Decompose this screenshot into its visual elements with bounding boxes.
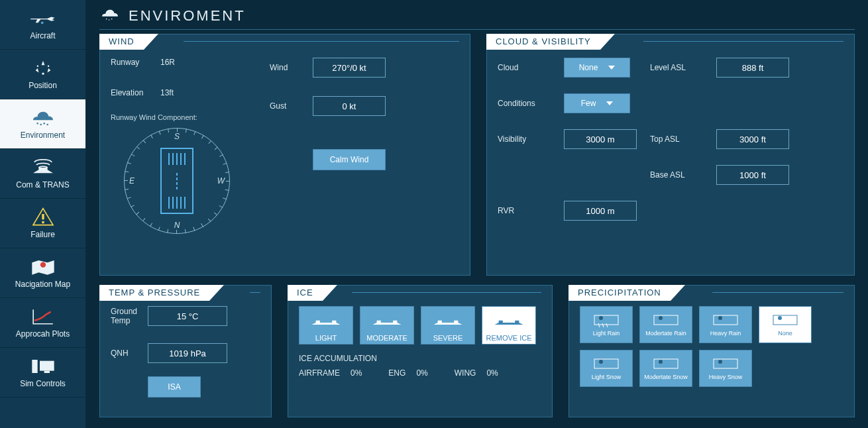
svg-rect-21	[714, 315, 737, 325]
page-header: ENVIROMENT	[99, 7, 855, 30]
levelasl-label: Level ASL	[650, 63, 703, 72]
svg-rect-11	[32, 360, 37, 373]
svg-rect-13	[44, 371, 49, 373]
groundtemp-field[interactable]: 15 °C	[148, 306, 227, 326]
ice-severe-button[interactable]: SEVERE	[421, 306, 475, 345]
levelasl-field[interactable]: 888 ft	[716, 58, 789, 78]
precip-btn-label: None	[778, 331, 792, 337]
svg-rect-25	[594, 359, 618, 368]
ice-remove-button[interactable]: REMOVE ICE	[482, 306, 536, 345]
visibility-field[interactable]: 3000 m	[564, 129, 637, 149]
isa-button[interactable]: ISA	[148, 376, 201, 398]
ice-btn-label: LIGHT	[315, 334, 337, 342]
precip-none-button[interactable]: None	[759, 306, 812, 343]
sidebar-item-label: Position	[28, 81, 57, 90]
wing-label: WING	[455, 368, 476, 378]
ice-btn-label: MODERATE	[366, 334, 407, 342]
sidebar-item-position[interactable]: Position	[0, 50, 85, 99]
sidebar-item-sim-controls[interactable]: Sim Controls	[0, 348, 85, 398]
precipitation-panel: PRECICIPITATION Light Rain Modertate Rai…	[569, 285, 855, 417]
airframe-label: AIRFRAME	[299, 368, 340, 378]
rvr-label: RVR	[498, 206, 551, 215]
svg-rect-12	[40, 361, 54, 371]
sidebar-item-environment[interactable]: Environment	[0, 99, 85, 149]
svg-point-0	[40, 21, 43, 24]
airframe-value: 0%	[351, 368, 362, 378]
conditions-dropdown[interactable]: Few	[564, 93, 630, 113]
svg-point-24	[778, 316, 782, 320]
calm-wind-button[interactable]: Calm Wind	[313, 149, 386, 170]
svg-point-2	[36, 66, 38, 67]
svg-point-14	[106, 19, 107, 20]
sidebar-item-com-trans[interactable]: Com & TRANS	[0, 149, 85, 199]
svg-point-5	[40, 124, 41, 126]
precip-btn-label: Heavy Snow	[709, 374, 743, 381]
precip-moderate-snow-button[interactable]: Modertate Snow	[639, 350, 692, 387]
conditions-dropdown-value: Few	[581, 99, 596, 108]
ice-btn-label: SEVERE	[433, 334, 463, 342]
chevron-down-icon	[608, 66, 615, 70]
sidebar-item-label: Nacigation Map	[15, 280, 70, 289]
visibility-label: Visibility	[498, 134, 551, 144]
precip-light-snow-button[interactable]: Light Snow	[580, 350, 633, 387]
sidebar-item-navigation-map[interactable]: Nacigation Map	[0, 248, 85, 298]
svg-point-3	[47, 66, 48, 67]
svg-point-26	[599, 360, 603, 364]
precip-btn-label: Light Snow	[592, 374, 622, 381]
sidebar-item-label: Sim Controls	[20, 379, 66, 388]
svg-point-18	[599, 316, 603, 320]
precip-heavy-rain-button[interactable]: Heavy Rain	[699, 306, 752, 343]
wind-panel: WIND Runway16R Elevation13ft Runway Wind…	[99, 34, 470, 276]
precip-heavy-snow-button[interactable]: Heavy Snow	[699, 350, 752, 387]
ice-panel-title: ICE	[288, 285, 323, 301]
wing-value: 0%	[486, 368, 498, 378]
cloud-dropdown[interactable]: None	[564, 58, 630, 78]
sidebar-item-failure[interactable]: Failure	[0, 199, 85, 248]
ice-btn-label: REMOVE ICE	[486, 334, 531, 342]
gust-field[interactable]: 0 kt	[313, 96, 386, 116]
precip-btn-label: Modertate Snow	[644, 374, 688, 381]
svg-point-28	[659, 360, 663, 364]
ice-light-button[interactable]: LIGHT	[299, 306, 353, 345]
ice-moderate-button[interactable]: MODERATE	[360, 306, 414, 345]
chevron-down-icon	[606, 101, 613, 105]
page-title: ENVIROMENT	[129, 7, 246, 25]
cloud-visibility-panel: CLOUD & VISIBILITY Cloud None Level ASL …	[486, 34, 855, 276]
svg-point-22	[718, 316, 722, 320]
wind-panel-title: WIND	[99, 34, 144, 50]
elevation-label: Elevation	[111, 88, 160, 97]
wind-compass: S N E W	[124, 128, 230, 234]
runway-value: 16R	[160, 58, 207, 67]
position-icon	[30, 58, 56, 78]
svg-point-16	[111, 19, 113, 20]
svg-rect-8	[42, 214, 44, 219]
compass-n: N	[174, 221, 180, 230]
sidebar-item-label: Com & TRANS	[16, 180, 69, 189]
svg-rect-27	[654, 359, 678, 368]
svg-point-30	[718, 360, 722, 364]
sidebar-item-aircraft[interactable]: Aircraft	[0, 0, 85, 50]
sidebar-item-approach-plots[interactable]: Approcah Plots	[0, 298, 85, 348]
eng-value: 0%	[416, 368, 427, 378]
rvr-field[interactable]: 1000 m	[564, 201, 637, 221]
precip-moderate-rain-button[interactable]: Modertate Rain	[639, 306, 692, 343]
sidebar-item-label: Environment	[21, 131, 65, 140]
cloud-dropdown-value: None	[579, 63, 598, 72]
aircraft-icon	[30, 9, 56, 28]
topasl-field[interactable]: 3000 ft	[716, 129, 789, 149]
svg-rect-19	[654, 315, 678, 325]
wind-component-label: Runway Wind Component:	[111, 113, 197, 121]
svg-rect-9	[42, 221, 44, 223]
qnh-label: QNH	[111, 348, 148, 358]
cloud-label: Cloud	[498, 63, 551, 72]
svg-point-15	[109, 19, 110, 21]
svg-point-1	[42, 73, 44, 75]
precip-light-rain-button[interactable]: Light Rain	[580, 306, 633, 343]
temp-pressure-panel: TEMP & PRESSURE Ground Temp15 °C QNH1019…	[99, 285, 272, 417]
sidebar-item-label: Aircraft	[30, 31, 55, 40]
baseasl-label: Base ASL	[650, 170, 703, 180]
baseasl-field[interactable]: 1000 ft	[716, 165, 789, 185]
qnh-field[interactable]: 1019 hPa	[148, 343, 227, 363]
wind-field[interactable]: 270°/0 kt	[313, 58, 386, 78]
precip-btn-label: Modertate Rain	[645, 331, 686, 337]
